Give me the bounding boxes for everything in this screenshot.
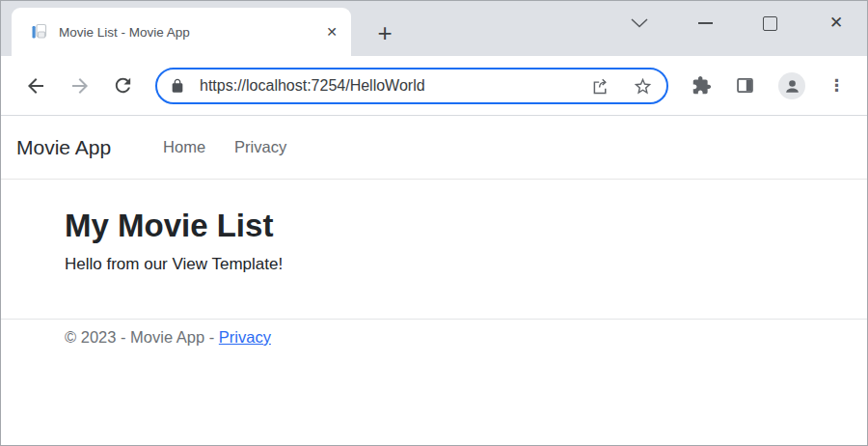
browser-toolbar: https://localhost:7254/HelloWorld: [1, 56, 867, 116]
browser-tab[interactable]: Movie List - Movie App ✕: [12, 8, 351, 56]
reload-button-icon[interactable]: [112, 74, 134, 97]
url-text: https://localhost:7254/HelloWorld: [200, 77, 425, 95]
extensions-puzzle-icon[interactable]: [692, 75, 712, 96]
tab-search-chevron-icon[interactable]: [631, 18, 648, 28]
site-footer: © 2023 - Movie App - Privacy: [1, 319, 867, 347]
bookmark-star-icon[interactable]: [633, 76, 653, 97]
browser-menu-icon[interactable]: ⋮: [828, 75, 844, 97]
window-close-button[interactable]: ✕: [826, 13, 847, 33]
nav-link-home[interactable]: Home: [163, 138, 205, 156]
browser-titlebar: Movie List - Movie App ✕ + ✕: [1, 1, 867, 56]
browser-window: Movie List - Movie App ✕ + ✕ https://loc…: [0, 0, 868, 446]
page-title: My Movie List: [65, 208, 803, 244]
share-icon[interactable]: [590, 76, 610, 97]
navbar-brand[interactable]: Movie App: [16, 136, 111, 159]
nav-link-privacy[interactable]: Privacy: [234, 138, 286, 156]
window-minimize-button[interactable]: [698, 22, 713, 24]
tab-favicon-icon: [30, 23, 47, 41]
tab-close-icon[interactable]: ✕: [322, 24, 341, 40]
window-maximize-button[interactable]: [763, 16, 777, 31]
forward-button-icon[interactable]: [68, 74, 92, 98]
profile-avatar[interactable]: [778, 72, 805, 99]
site-navbar: Movie App Home Privacy: [1, 116, 867, 180]
new-tab-button[interactable]: +: [373, 20, 396, 45]
page-viewport: Movie App Home Privacy My Movie List Hel…: [1, 116, 867, 445]
lock-icon[interactable]: [170, 78, 185, 94]
side-panel-icon[interactable]: [735, 75, 755, 96]
back-button-icon[interactable]: [24, 74, 47, 98]
footer-privacy-link[interactable]: Privacy: [219, 328, 271, 346]
person-icon: [783, 77, 801, 96]
tab-title: Movie List - Movie App: [59, 25, 322, 40]
footer-text: © 2023 - Movie App -: [65, 328, 219, 346]
page-paragraph: Hello from our View Template!: [65, 255, 803, 274]
omnibox-actions: [590, 76, 653, 97]
address-bar[interactable]: https://localhost:7254/HelloWorld: [155, 68, 668, 104]
main-content: My Movie List Hello from our View Templa…: [1, 180, 867, 274]
